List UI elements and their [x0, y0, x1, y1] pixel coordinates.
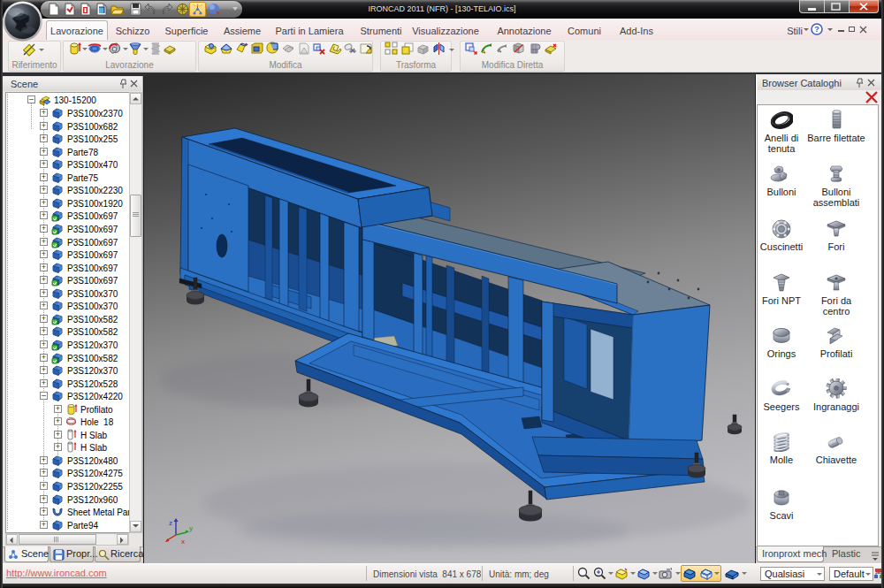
svg-text:x: x: [181, 538, 185, 546]
svg-text:y: y: [189, 524, 193, 532]
svg-text:?: ?: [814, 25, 819, 34]
svg-text:z: z: [169, 519, 172, 527]
